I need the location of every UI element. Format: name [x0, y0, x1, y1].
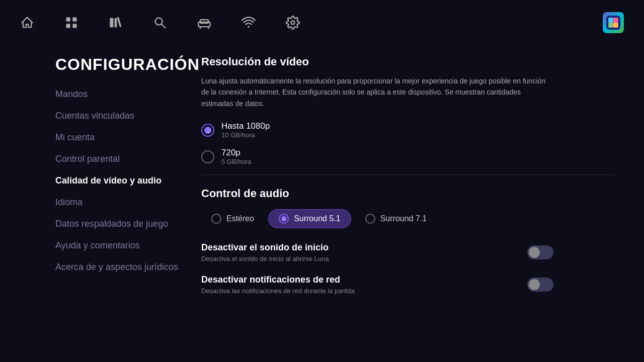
- svg-point-12: [248, 26, 250, 28]
- library-icon[interactable]: [109, 16, 123, 30]
- toggle-switch-network-notifs[interactable]: [527, 278, 553, 292]
- svg-rect-1: [72, 18, 76, 22]
- sidebar-item-mandos[interactable]: Mandos: [55, 89, 176, 100]
- resolution-label-720p: 720p: [221, 148, 251, 158]
- search-icon[interactable]: [153, 16, 167, 30]
- svg-rect-5: [115, 18, 117, 28]
- sidebar-item-cuentas[interactable]: Cuentas vinculadas: [55, 111, 176, 121]
- resolution-label-1080p: Hasta 1080p: [221, 121, 270, 131]
- audio-control-title: Control de audio: [201, 187, 614, 200]
- audio-label-surround71: Surround 7.1: [380, 214, 427, 223]
- svg-rect-14: [606, 16, 620, 30]
- home-icon[interactable]: [20, 16, 34, 30]
- avatar[interactable]: [603, 12, 624, 33]
- sidebar-item-idioma[interactable]: Idioma: [55, 197, 176, 208]
- sidebar-item-acerca[interactable]: Acerca de y aspectos jurídicos: [55, 262, 176, 273]
- audio-radio-surround71: [365, 214, 375, 224]
- sidebar-title: CONFIGURACIÓN: [55, 55, 176, 74]
- toggle-info-network-notifs: Desactivar notificaciones de red Desacti…: [201, 275, 355, 295]
- audio-label-surround51: Surround 5.1: [294, 214, 341, 223]
- toggle-title-network-notifs: Desactivar notificaciones de red: [201, 275, 355, 285]
- audio-label-estereo: Estéreo: [226, 214, 254, 223]
- settings-icon[interactable]: [286, 16, 300, 30]
- audio-radio-estereo: [211, 214, 221, 224]
- svg-line-7: [162, 25, 166, 28]
- resolution-sublabel-720p: 5 GB/hora: [221, 158, 251, 165]
- sidebar-item-datos[interactable]: Datos respaldados de juego: [55, 219, 176, 229]
- toggle-desc-startup-sound: Desactiva el sonido de inicio al abrirse…: [201, 255, 329, 262]
- svg-rect-18: [613, 23, 618, 28]
- audio-option-estereo[interactable]: Estéreo: [201, 210, 264, 228]
- top-nav: [0, 0, 644, 45]
- toggle-switch-startup-sound[interactable]: [527, 245, 553, 259]
- grid-icon[interactable]: [64, 16, 78, 30]
- audio-radio-surround51: [279, 214, 289, 224]
- svg-rect-16: [613, 18, 618, 23]
- nav-icons: [20, 16, 603, 30]
- couch-icon[interactable]: [197, 16, 211, 30]
- svg-rect-0: [66, 18, 70, 22]
- sidebar-item-ayuda[interactable]: Ayuda y comentarios: [55, 240, 176, 251]
- resolution-option-1080p[interactable]: Hasta 1080p 10 GB/hora: [201, 121, 614, 139]
- resolution-sublabel-1080p: 10 GB/hora: [221, 131, 270, 139]
- video-resolution-title: Resolución de vídeo: [201, 55, 614, 68]
- toggle-row-startup-sound: Desactivar el sonido de inicio Desactiva…: [201, 242, 553, 262]
- resolution-option-720p[interactable]: 720p 5 GB/hora: [201, 148, 614, 165]
- sidebar-item-parental[interactable]: Control parental: [55, 154, 176, 164]
- svg-rect-15: [608, 18, 613, 23]
- content-panel: Resolución de vídeo Luna ajusta automáti…: [191, 50, 644, 352]
- radio-circle-720p: [201, 150, 214, 163]
- audio-option-surround71[interactable]: Surround 7.1: [355, 210, 437, 228]
- toggle-info-startup-sound: Desactivar el sonido de inicio Desactiva…: [201, 242, 329, 262]
- sidebar-item-calidad[interactable]: Calidad de vídeo y audio: [55, 175, 176, 186]
- svg-point-6: [155, 18, 163, 25]
- svg-rect-17: [608, 23, 613, 28]
- sidebar-item-cuenta[interactable]: Mi cuenta: [55, 132, 176, 143]
- svg-point-13: [291, 21, 295, 25]
- svg-rect-4: [110, 18, 113, 28]
- toggle-desc-network-notifs: Desactiva las notificaciones de red dura…: [201, 287, 355, 295]
- svg-rect-3: [72, 24, 76, 28]
- radio-circle-1080p: [201, 124, 214, 137]
- video-resolution-desc: Luna ajusta automáticamente la resolució…: [201, 75, 553, 109]
- audio-option-surround51[interactable]: Surround 5.1: [268, 209, 351, 228]
- sidebar: CONFIGURACIÓN Mandos Cuentas vinculadas …: [0, 50, 191, 352]
- wireless-icon[interactable]: [242, 16, 256, 30]
- toggle-title-startup-sound: Desactivar el sonido de inicio: [201, 242, 329, 253]
- main-layout: CONFIGURACIÓN Mandos Cuentas vinculadas …: [0, 45, 644, 362]
- toggle-row-network-notifs: Desactivar notificaciones de red Desacti…: [201, 275, 553, 295]
- audio-options-row: Estéreo Surround 5.1 Surround 7.1: [201, 209, 614, 228]
- section-divider-1: [201, 174, 614, 175]
- svg-rect-2: [66, 24, 70, 28]
